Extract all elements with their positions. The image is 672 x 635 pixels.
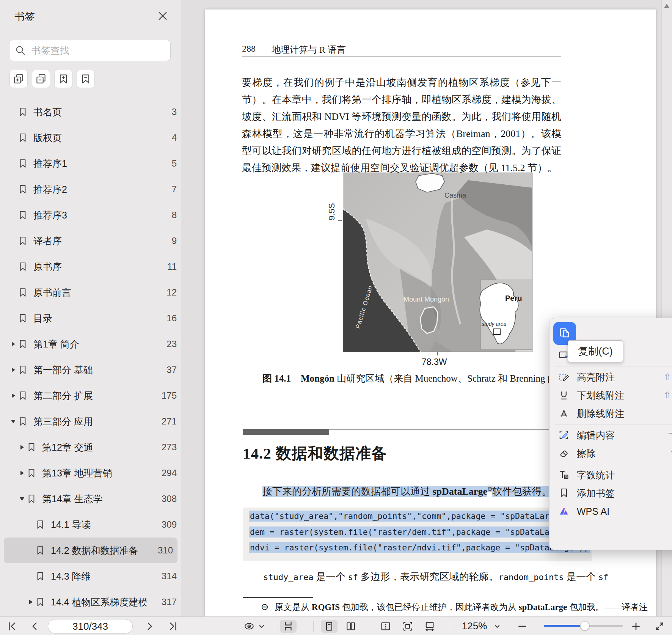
context-menu-item-edit-content[interactable]: 编辑内容 ⌥W (550, 426, 672, 444)
bookmark-item[interactable]: 原书前言 12 (0, 280, 181, 305)
previous-page-button[interactable] (28, 620, 41, 633)
bookmark-label: 推荐序2 (33, 183, 172, 196)
map-label-casma: Casma (444, 192, 466, 199)
bookmark-item[interactable]: 版权页 4 (0, 125, 181, 151)
bookmark-label: 译者序 (33, 235, 172, 247)
bookmark-item[interactable]: 第三部分 应用 271 (0, 409, 181, 434)
bookmark-icon (17, 390, 28, 401)
bookmark-label: 第14章 生态学 (42, 493, 162, 505)
chevron-right-icon[interactable] (12, 368, 15, 372)
context-menu-item-erase[interactable]: 擦除 ⌥E (550, 444, 672, 462)
bookmarks-panel: 书签 (0, 0, 181, 616)
edit-content-icon (558, 429, 570, 441)
first-page-button[interactable] (5, 620, 18, 633)
fit-page-button[interactable] (401, 620, 414, 633)
zoom-out-button[interactable] (516, 620, 529, 633)
chevron-right-icon[interactable] (20, 471, 24, 475)
last-page-button[interactable] (167, 620, 180, 633)
read-mode-eye-icon[interactable] (243, 620, 256, 633)
close-icon[interactable] (157, 10, 169, 22)
bookmark-item[interactable]: 译者序 9 (0, 228, 181, 254)
footnote-rule (243, 597, 313, 598)
context-menu-item-highlight[interactable]: 高亮附注 ⇧⌘H (550, 368, 672, 386)
selected-sentence: 接下来的分析所需要的数据都可以通过 spDataLarge⊖软件包获得。 (262, 485, 551, 498)
bookmark-label: 版权页 (33, 132, 172, 144)
bookmark-item[interactable]: 第14章 生态学 308 (0, 486, 181, 512)
bookmark-item[interactable]: 书名页 3 (0, 99, 181, 125)
fullscreen-button[interactable] (653, 620, 666, 633)
bookmark-expander[interactable] (9, 342, 17, 346)
map-axis-tick-lat (338, 220, 342, 221)
bookmark-expander[interactable] (18, 497, 26, 501)
bookmark-item[interactable]: 第二部分 扩展 175 (0, 383, 181, 409)
zoom-slider-handle[interactable] (580, 621, 589, 630)
bookmark-expander[interactable] (27, 600, 35, 604)
zoom-slider[interactable] (544, 625, 623, 627)
bookmark-expander[interactable] (9, 368, 17, 372)
bookmark-item[interactable]: 推荐序1 5 (0, 151, 181, 176)
bookmark-page-number: 12 (166, 287, 177, 298)
bookmark-search-box[interactable] (9, 40, 171, 61)
running-head-rule (242, 57, 561, 57)
bookmark-expander[interactable] (18, 471, 26, 475)
bookmark-item[interactable]: 原书序 11 (0, 254, 181, 280)
bookmark-page-number: 37 (166, 365, 177, 375)
bookmark-label: 14.2 数据和数据准备 (51, 544, 158, 557)
bookmark-expander[interactable] (9, 420, 17, 423)
read-mode-chevron-icon[interactable] (258, 620, 265, 633)
scroll-up-arrow-icon[interactable] (664, 4, 669, 8)
bookmark-expander[interactable] (18, 445, 26, 450)
figure-map: Casma Pacific Ocean Mount Mongón Peru st… (343, 173, 532, 352)
bookmark-item[interactable]: 14.1 导读 309 (0, 512, 181, 538)
wps-ai-icon (558, 505, 570, 517)
context-menu-item-word-count[interactable]: 字数统计 (550, 466, 672, 484)
page-number-input[interactable]: 310/343 (48, 619, 133, 633)
context-menu: 全选(A) ⌘A 高亮附注 ⇧⌘H 下划线附注 ⇧⌘U 删除线附注 编辑内容 ⌥… (549, 318, 672, 550)
chevron-down-icon[interactable] (11, 420, 16, 423)
collapse-all-bookmarks-button[interactable] (32, 70, 50, 88)
bookmark-item[interactable]: 目录 16 (0, 305, 181, 331)
bookmark-label: 推荐序3 (33, 209, 172, 222)
bookmark-item[interactable]: 第1章 简介 23 (0, 331, 181, 357)
bookmark-collapse-button[interactable] (77, 70, 95, 88)
bookmark-item[interactable]: 推荐序3 8 (0, 202, 181, 228)
zoom-level-value[interactable]: 125% (457, 620, 491, 632)
context-menu-item-strikethrough[interactable]: 删除线附注 (550, 404, 672, 423)
fit-width-button[interactable] (379, 620, 392, 633)
next-page-button[interactable] (143, 620, 156, 633)
bookmark-search-input[interactable] (31, 45, 165, 57)
bookmark-label: 第一部分 基础 (33, 364, 166, 376)
bookmark-item[interactable]: 14.3 降维 314 (0, 563, 181, 589)
zoom-in-button[interactable] (630, 620, 642, 633)
bookmark-item[interactable]: 14.2 数据和数据准备 310 (4, 538, 177, 563)
single-page-view-button[interactable] (321, 620, 338, 633)
map-label-peru: Peru (505, 294, 522, 302)
bookmark-item[interactable]: 第13章 地理营销 294 (0, 460, 181, 486)
bookmark-item[interactable]: 14.4 植物区系梯度建模 317 (0, 589, 181, 615)
bookmark-label: 原书前言 (33, 286, 166, 299)
bookmark-icon (17, 210, 28, 220)
bookmark-icon (17, 107, 28, 117)
bookmark-item[interactable]: 推荐序2 7 (0, 176, 181, 202)
two-page-view-button[interactable] (344, 620, 357, 633)
page-width-button[interactable] (423, 620, 436, 633)
continuous-scroll-button[interactable] (280, 620, 297, 633)
bookmark-page-number: 9 (172, 236, 177, 246)
chevron-right-icon[interactable] (12, 393, 15, 398)
bookmark-item[interactable]: 第12章 交通 273 (0, 434, 181, 460)
context-menu-item-add-bookmark[interactable]: 添加书签 ⌘D (550, 484, 672, 502)
expand-all-bookmarks-button[interactable] (9, 70, 28, 88)
bookmark-icon (17, 313, 28, 324)
chevron-right-icon[interactable] (12, 342, 15, 346)
chevron-right-icon[interactable] (20, 445, 24, 450)
context-menu-item-wps-ai[interactable]: WPS AI (550, 502, 672, 520)
bookmark-label: 第12章 交通 (42, 441, 162, 454)
chevron-down-icon[interactable] (20, 497, 24, 501)
chevron-right-icon[interactable] (29, 600, 33, 604)
bookmark-item[interactable]: 第一部分 基础 37 (0, 357, 181, 383)
zoom-chevron-icon[interactable] (493, 620, 501, 633)
bookmark-expander[interactable] (9, 393, 17, 398)
bookmark-expand-button[interactable] (54, 70, 72, 88)
bookmark-page-number: 8 (172, 210, 177, 220)
context-menu-item-underline[interactable]: 下划线附注 ⇧⌘U (550, 386, 672, 404)
